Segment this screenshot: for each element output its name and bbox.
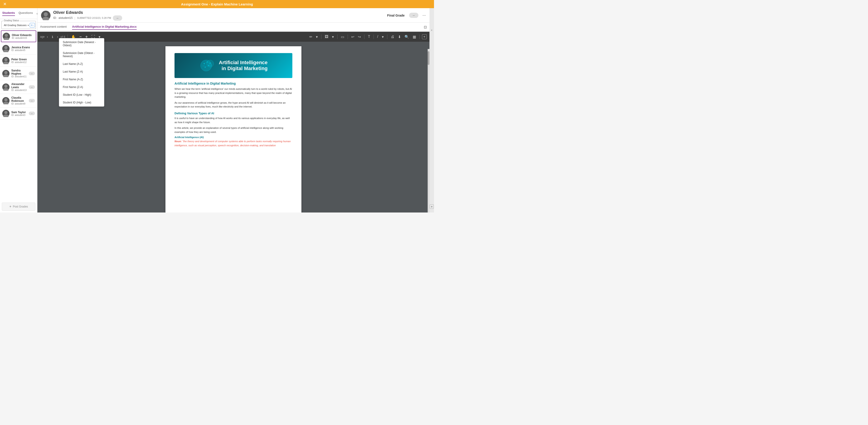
header-student-name: Oliver Edwards bbox=[53, 10, 384, 15]
svg-point-3 bbox=[3, 50, 9, 52]
sort-option-firstname-za[interactable]: First Name (Z-A) bbox=[59, 83, 104, 91]
grading-status-select[interactable]: All Grading Statuses bbox=[4, 24, 27, 27]
student-name-claudia: Claudia Robinson bbox=[11, 96, 27, 103]
student-item-sandra[interactable]: Sandra Hughes ID: aistudent11 -- bbox=[0, 67, 37, 80]
sidebar-tabs: Students Questions ‹ bbox=[0, 8, 37, 19]
grading-status-row: All Grading Statuses ▾ ≡↓ bbox=[4, 23, 33, 27]
student-item-peter[interactable]: Peter Green ID: aistudent12 bbox=[0, 55, 37, 67]
sort-option-lastname-az[interactable]: Last Name (A-Z) bbox=[59, 60, 104, 68]
sort-icon-btn[interactable]: ≡↓ bbox=[30, 23, 35, 27]
header-id-label: ID: bbox=[53, 16, 57, 20]
grade-badge-claudia: -- bbox=[29, 99, 35, 103]
pdf-p1: When we hear the term 'artificial intell… bbox=[175, 87, 292, 99]
tab-panel-icon[interactable]: ⊡ bbox=[424, 25, 427, 29]
search-button[interactable]: 🔍 bbox=[403, 34, 410, 39]
student-info-alexander: Alexander Lewis ID: aistudent13 bbox=[11, 83, 27, 91]
grade-badge-sandra: -- bbox=[29, 72, 35, 75]
tab-questions[interactable]: Questions bbox=[19, 11, 33, 16]
svg-point-9 bbox=[3, 88, 9, 91]
toolbar-sep-5 bbox=[364, 34, 365, 39]
sort-option-studentid-low[interactable]: Student ID (Low - High) bbox=[59, 91, 104, 98]
annotate-dropdown-button[interactable]: ▾ bbox=[315, 34, 319, 39]
student-item-claudia[interactable]: Claudia Robinson ID: aistudent9 -- bbox=[0, 94, 37, 108]
text-box-button[interactable]: T bbox=[367, 34, 371, 39]
svg-point-14 bbox=[44, 12, 48, 16]
student-info-jessica: Jessica Evans ID: aistudent5 bbox=[11, 46, 35, 52]
svg-point-11 bbox=[3, 102, 9, 104]
final-grade-label: Final Grade bbox=[387, 13, 405, 17]
pdf-noun: Noun: "the theory and development of com… bbox=[175, 140, 292, 147]
sort-option-firstname-az[interactable]: First Name (A-Z) bbox=[59, 76, 104, 83]
svg-point-1 bbox=[4, 37, 9, 40]
top-bar: ✕ Assignment One - Explain Machine Learn… bbox=[0, 0, 434, 8]
sort-option-lastname-za[interactable]: Last Name (Z-A) bbox=[59, 68, 104, 76]
image-button[interactable]: 🖼 bbox=[323, 34, 330, 39]
content-header: Oliver Edwards ID: aistudent15 | SUBMITT… bbox=[37, 8, 430, 23]
more-options-button[interactable]: ··· bbox=[423, 13, 426, 18]
redo-button[interactable]: ↪ bbox=[357, 34, 362, 39]
student-item-alexander[interactable]: Alexander Lewis ID: aistudent13 -- bbox=[0, 80, 37, 94]
student-info-sandra: Sandra Hughes ID: aistudent11 bbox=[11, 69, 27, 78]
svg-point-8 bbox=[4, 85, 7, 88]
pdf-subheading: Artificial Intelligence (AI) bbox=[175, 136, 292, 139]
pen-dropdown-button[interactable]: ▾ bbox=[381, 34, 385, 39]
scrollbar-thumb[interactable] bbox=[428, 51, 430, 65]
avatar-oliver bbox=[3, 33, 10, 40]
grading-status-section: Grading Status All Grading Statuses ▾ ≡↓ bbox=[1, 21, 36, 29]
post-grades-button[interactable]: ✈ Post Grades bbox=[2, 202, 35, 211]
student-item-sam[interactable]: Sam Taylor ID: aistudent3 -- bbox=[0, 108, 37, 119]
image-dropdown-button[interactable]: ▾ bbox=[331, 34, 335, 39]
content-area: Oliver Edwards ID: aistudent15 | SUBMITT… bbox=[37, 8, 430, 213]
pdf-p2: As our awareness of artificial intellige… bbox=[175, 101, 292, 109]
prev-page-button[interactable]: ‹ bbox=[46, 34, 49, 39]
current-page: 1 bbox=[50, 35, 55, 38]
undo-button[interactable]: ↩ bbox=[350, 34, 355, 39]
avatar-sam bbox=[2, 110, 9, 117]
svg-point-10 bbox=[4, 98, 7, 102]
student-item-jessica[interactable]: Jessica Evans ID: aistudent5 bbox=[0, 42, 37, 55]
pdf-h1: Artificial Intelligence in Digital Marke… bbox=[175, 82, 292, 85]
svg-point-23 bbox=[203, 65, 204, 66]
sidebar: Students Questions ‹ Grading Status All … bbox=[0, 8, 37, 213]
student-id-peter: ID: aistudent12 bbox=[11, 61, 35, 63]
student-item-oliver[interactable]: Oliver Edwards ID: aistudent15 bbox=[1, 30, 36, 42]
close-icon[interactable]: ✕ bbox=[3, 2, 7, 6]
tab-students[interactable]: Students bbox=[2, 11, 15, 16]
student-name-sandra: Sandra Hughes bbox=[11, 69, 27, 75]
sort-option-oldest[interactable]: Submission Date (Oldest - Newest) bbox=[59, 49, 104, 60]
avatar-jessica bbox=[2, 45, 9, 52]
tab-assessment-content[interactable]: Assessment content bbox=[40, 25, 67, 30]
outer-add-button[interactable]: + bbox=[430, 204, 434, 209]
final-grade-value-button[interactable]: -- bbox=[409, 13, 418, 18]
svg-point-6 bbox=[4, 71, 7, 74]
header-student-info: Oliver Edwards ID: aistudent15 | SUBMITT… bbox=[53, 10, 384, 21]
avatar-peter bbox=[2, 57, 9, 64]
print-button[interactable]: 🖨 bbox=[390, 34, 396, 39]
sort-option-studentid-high[interactable]: Student ID (High - Low) bbox=[59, 98, 104, 106]
avatar-claudia bbox=[2, 97, 9, 104]
student-id-jessica: ID: aistudent5 bbox=[11, 49, 35, 52]
sort-dropdown: Submission Date (Newest - Oldest) Submis… bbox=[59, 38, 104, 107]
grade-badge-sam: -- bbox=[29, 112, 35, 115]
pen-button[interactable]: / bbox=[376, 34, 379, 39]
svg-point-4 bbox=[4, 58, 7, 61]
outer-right-panel: ‹ + bbox=[430, 8, 434, 213]
scrollbar-track bbox=[428, 49, 430, 213]
student-name-jessica: Jessica Evans bbox=[11, 46, 35, 49]
frame-button[interactable]: ▭ bbox=[340, 34, 345, 39]
page-label: age bbox=[40, 35, 44, 38]
outer-collapse-button[interactable]: ‹ bbox=[431, 28, 432, 32]
annotate-button[interactable]: ✏ bbox=[308, 34, 313, 39]
svg-point-24 bbox=[211, 65, 212, 65]
page-title: Assignment One - Explain Machine Learnin… bbox=[181, 2, 253, 6]
add-button[interactable]: + bbox=[422, 34, 427, 39]
download-button[interactable]: ⬇ bbox=[397, 34, 402, 39]
next-page-button[interactable]: › bbox=[56, 34, 59, 39]
pdf-p4: In this article, we provide an explanati… bbox=[175, 126, 292, 134]
tab-document[interactable]: Artificial Intelligence in Digital Marke… bbox=[72, 25, 137, 30]
sort-option-newest[interactable]: Submission Date (Newest - Oldest) bbox=[59, 38, 104, 49]
main-layout: Students Questions ‹ Grading Status All … bbox=[0, 8, 434, 213]
student-info-claudia: Claudia Robinson ID: aistudent9 bbox=[11, 96, 27, 105]
grid-view-button[interactable]: ▦ bbox=[411, 34, 417, 39]
header-grade-button[interactable]: -- bbox=[113, 16, 122, 21]
